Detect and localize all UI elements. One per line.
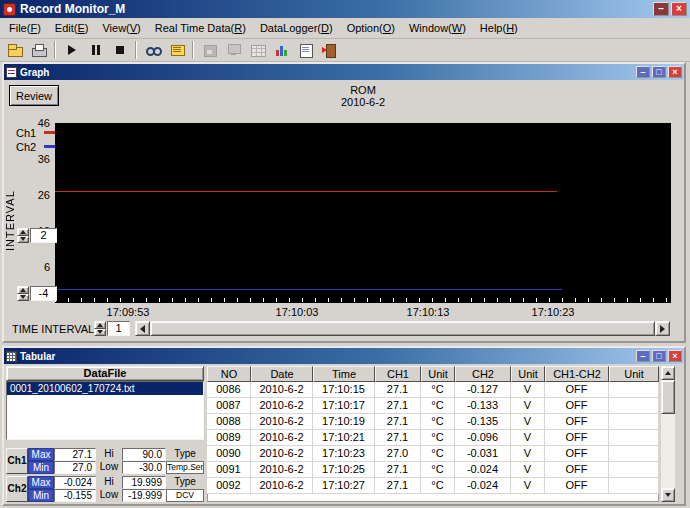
table-cell[interactable]: °C (421, 414, 455, 430)
table-cell[interactable]: 27.1 (375, 414, 421, 430)
graph-titlebar[interactable]: Graph – □ × (4, 64, 684, 80)
tabular-close-button[interactable]: × (668, 350, 682, 362)
table-cell[interactable]: 0089 (207, 430, 251, 446)
table-scroll-down-button[interactable] (661, 488, 675, 502)
scroll-right-button[interactable] (655, 321, 670, 336)
table-cell[interactable]: 27.1 (375, 430, 421, 446)
stat-low-value[interactable]: -19.999 (122, 489, 166, 502)
stat-low-value[interactable]: -30.0 (122, 461, 166, 474)
interval-field[interactable]: 2 (30, 228, 57, 243)
table-cell[interactable]: 27.1 (375, 398, 421, 414)
time-interval-spin-up[interactable] (94, 321, 106, 329)
table-cell[interactable] (609, 382, 659, 398)
table-cell[interactable]: V (511, 446, 545, 462)
table-cell[interactable]: 27.1 (375, 382, 421, 398)
table-cell[interactable]: 17:10:19 (313, 414, 375, 430)
table-cell[interactable]: -0.096 (455, 430, 511, 446)
table-cell[interactable]: °C (421, 462, 455, 478)
table-cell[interactable]: 17:10:23 (313, 446, 375, 462)
table-cell[interactable]: V (511, 478, 545, 494)
table-cell[interactable]: -0.133 (455, 398, 511, 414)
table-cell[interactable]: -0.135 (455, 414, 511, 430)
stat-hi-value[interactable]: 90.0 (122, 448, 166, 461)
table-cell[interactable]: OFF (545, 478, 609, 494)
table-cell[interactable]: °C (421, 398, 455, 414)
stat-type-value[interactable]: Temp.Sensor (166, 461, 204, 474)
column-header[interactable]: Unit (511, 366, 545, 382)
column-header[interactable]: Unit (421, 366, 455, 382)
table-cell[interactable]: V (511, 462, 545, 478)
table-vertical-scrollbar[interactable] (661, 366, 675, 502)
table-cell[interactable]: OFF (545, 430, 609, 446)
minimize-button[interactable]: – (653, 2, 669, 16)
table-cell[interactable]: °C (421, 478, 455, 494)
column-header[interactable]: Unit (609, 366, 659, 382)
table-cell[interactable]: 2010-6-2 (251, 430, 313, 446)
table-cell[interactable]: -0.031 (455, 446, 511, 462)
table-cell[interactable]: 2010-6-2 (251, 478, 313, 494)
table-scroll-thumb[interactable] (661, 380, 675, 414)
table-cell[interactable]: 17:10:25 (313, 462, 375, 478)
datafile-header[interactable]: DataFile (6, 366, 204, 381)
time-interval-spinner[interactable] (94, 321, 106, 336)
table-cell[interactable]: OFF (545, 382, 609, 398)
table-cell[interactable]: 0091 (207, 462, 251, 478)
search-button[interactable] (141, 40, 164, 60)
table-cell[interactable]: 2010-6-2 (251, 414, 313, 430)
table-cell[interactable]: OFF (545, 446, 609, 462)
tabular-minimize-button[interactable]: – (636, 350, 650, 362)
time-interval-spin-down[interactable] (94, 329, 106, 337)
table-cell[interactable] (609, 398, 659, 414)
tabular-titlebar[interactable]: Tabular – □ × (4, 348, 684, 364)
datafile-list[interactable]: 0001_20100602_170724.txt (6, 381, 204, 440)
column-header[interactable]: Time (313, 366, 375, 382)
table-cell[interactable] (609, 430, 659, 446)
graph-horizontal-scrollbar[interactable] (135, 321, 670, 336)
menu-item-file[interactable]: File(F) (2, 20, 48, 36)
interval-spin-down[interactable] (17, 236, 29, 244)
scroll-thumb[interactable] (150, 321, 655, 336)
table-cell[interactable]: 17:10:15 (313, 382, 375, 398)
column-header[interactable]: CH1 (375, 366, 421, 382)
table-cell[interactable]: V (511, 398, 545, 414)
exit-button[interactable] (318, 40, 341, 60)
table-cell[interactable]: V (511, 430, 545, 446)
stat-hi-value[interactable]: 19.999 (122, 476, 166, 489)
y-min-field[interactable]: -4 (30, 286, 57, 301)
tabular-maximize-button[interactable]: □ (652, 350, 666, 362)
table-cell[interactable]: OFF (545, 414, 609, 430)
table-cell[interactable]: OFF (545, 462, 609, 478)
graph-close-button[interactable]: × (668, 66, 682, 78)
table-cell[interactable]: 0087 (207, 398, 251, 414)
table-cell[interactable]: 0088 (207, 414, 251, 430)
chart-button[interactable] (270, 40, 293, 60)
table-scroll-up-button[interactable] (661, 366, 675, 380)
table-cell[interactable] (609, 446, 659, 462)
table-cell[interactable]: OFF (545, 398, 609, 414)
review-button[interactable]: Review (9, 85, 59, 106)
play-button[interactable] (60, 40, 83, 60)
table-cell[interactable]: 17:10:21 (313, 430, 375, 446)
y-min-spinner[interactable] (17, 286, 29, 301)
pause-button[interactable] (84, 40, 107, 60)
table-cell[interactable]: °C (421, 430, 455, 446)
column-header[interactable]: Date (251, 366, 313, 382)
close-button[interactable]: × (671, 2, 687, 16)
meter-button[interactable] (165, 40, 188, 60)
table-cell[interactable]: °C (421, 446, 455, 462)
table-cell[interactable]: 0086 (207, 382, 251, 398)
table-cell[interactable]: 2010-6-2 (251, 398, 313, 414)
file-item[interactable]: 0001_20100602_170724.txt (7, 382, 203, 395)
table-cell[interactable]: 0092 (207, 478, 251, 494)
y-min-spin-up[interactable] (17, 286, 29, 294)
table-cell[interactable]: 27.1 (375, 478, 421, 494)
table-cell[interactable] (609, 462, 659, 478)
menu-item-help[interactable]: Help(H) (473, 20, 525, 36)
print-button[interactable] (27, 40, 50, 60)
table-cell[interactable]: -0.127 (455, 382, 511, 398)
table-cell[interactable]: 2010-6-2 (251, 382, 313, 398)
open-button[interactable] (3, 40, 26, 60)
table-cell[interactable]: V (511, 414, 545, 430)
table-cell[interactable]: °C (421, 382, 455, 398)
stop-button[interactable] (108, 40, 131, 60)
